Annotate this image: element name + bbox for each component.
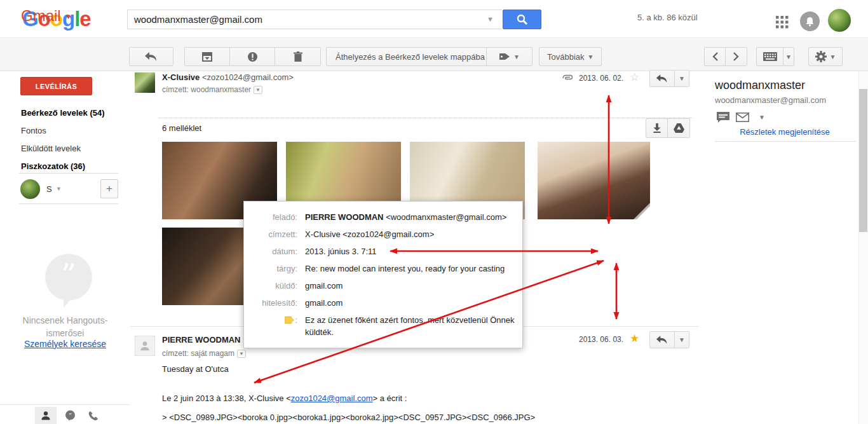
hangouts-tab-button[interactable]: ” (59, 407, 81, 424)
sender-avatar[interactable] (135, 72, 155, 93)
compose-button[interactable]: LEVÉLÍRÁS (20, 77, 92, 95)
add-contact-button[interactable]: + (100, 179, 118, 198)
more-actions-button[interactable]: Továbbiak▼ (539, 47, 602, 66)
details-subject-value: Re: new model can interest you, ready fo… (305, 263, 505, 275)
person-icon (41, 411, 51, 421)
divider (19, 203, 118, 204)
report-spam-button[interactable] (230, 47, 275, 66)
email1-date: 2013. 06. 02. (579, 74, 623, 83)
newer-conversation-button[interactable] (704, 47, 726, 66)
profile-actions: ▼ (717, 112, 765, 123)
search-input[interactable] (127, 10, 502, 29)
sidebar-item-sent[interactable]: Elküldött levelek (21, 140, 126, 156)
phone-tab-button[interactable] (83, 407, 104, 424)
download-all-button[interactable] (646, 118, 668, 138)
keyboard-icon (763, 52, 777, 61)
divider (159, 118, 693, 118)
sidebar-item-inbox[interactable]: Beérkező levelek (54) (21, 105, 126, 120)
chevron-down-icon: ▼ (785, 53, 792, 60)
apps-grid-icon[interactable] (776, 16, 789, 29)
download-icon (653, 123, 661, 133)
svg-text:”: ” (68, 412, 71, 419)
labels-button[interactable]: ▼ (486, 47, 532, 66)
gmail-app: Google ▼ Gmail ▼ Áthelyezés a Beérkező l… (0, 0, 868, 424)
sidebar-item-drafts[interactable]: Piszkozatok (36) (21, 158, 126, 174)
hangouts-icon: ” (65, 410, 76, 421)
contacts-tab-button[interactable] (35, 407, 57, 424)
divider (715, 141, 856, 142)
chevron-down-icon: ▼ (679, 336, 685, 343)
message-details-popup: feladó:PIERRE WOODMAN <woodmanxmaster@gm… (243, 201, 523, 348)
archive-button[interactable] (184, 47, 230, 66)
save-to-drive-button[interactable] (668, 118, 690, 138)
details-importance-label: : (244, 314, 297, 338)
chevron-left-icon (712, 52, 718, 61)
email2-reply-button[interactable] (649, 331, 675, 348)
svg-text:”: ” (61, 257, 76, 292)
move-to-inbox-button[interactable]: Áthelyezés a Beérkező levelek mappába (326, 47, 494, 66)
person-icon (139, 340, 151, 352)
pager-count: 5. a kb. 86 közül (637, 13, 698, 22)
details-subject-label: tárgy: (244, 263, 297, 275)
show-details-link[interactable]: Részletek megjelenítése (715, 127, 855, 137)
hangouts-empty-text-line1: Nincsenek Hangouts- (0, 315, 130, 325)
importance-marker-icon (285, 317, 294, 324)
email2-date: 2013. 06. 03. (579, 335, 623, 344)
hangouts-empty-text-line2: ismerősei (0, 328, 130, 338)
details-date-label: dátum: (244, 245, 297, 257)
back-arrow-icon (144, 51, 158, 62)
scrollbar-thumb[interactable] (859, 89, 867, 232)
profile-email: woodmanxmaster@gmail.com (715, 95, 826, 105)
label-tag-icon (499, 52, 510, 61)
chevron-down-icon: ▼ (830, 53, 836, 60)
email2-star-icon[interactable]: ★ (630, 333, 639, 344)
sender-avatar-placeholder[interactable] (135, 336, 155, 356)
email1-more-dropdown[interactable]: ▼ (675, 70, 689, 87)
chevron-down-icon: ▼ (679, 75, 685, 82)
email2-quote-intro: Le 2 juin 2013 à 13:38, X-Clusive <zozo1… (162, 393, 407, 403)
details-date-value: 2013. június 3. 7:11 (305, 245, 377, 257)
chevron-down-icon: ▼ (513, 53, 520, 60)
chat-icon[interactable] (717, 112, 729, 123)
gmail-logo-menu[interactable]: Gmail ▼ (21, 7, 72, 25)
chevron-down-icon: ▼ (588, 53, 594, 60)
chevron-down-icon[interactable]: ▼ (759, 114, 765, 121)
show-details-chevron-icon[interactable]: ▼ (254, 86, 262, 94)
details-to-value: X-Clusive <zozo1024@gmail.com> (305, 228, 434, 240)
divider (19, 173, 118, 174)
older-conversation-button[interactable] (726, 47, 747, 66)
email2-more-dropdown[interactable]: ▼ (675, 331, 689, 348)
delete-button[interactable] (275, 47, 321, 66)
input-tools-button[interactable] (756, 47, 783, 66)
settings-button[interactable]: ▼ (808, 47, 843, 66)
email1-sender[interactable]: X-Clusive <zozo1024@gmail.com> (162, 72, 294, 82)
quoted-email-link[interactable]: zozo1024@gmail.com (291, 393, 373, 403)
drive-icon (674, 123, 684, 133)
show-details-chevron-icon[interactable]: ▼ (237, 350, 246, 358)
search-options-chevron-icon[interactable]: ▼ (487, 15, 494, 23)
divider (0, 404, 130, 405)
attachment-thumbnail-4[interactable] (538, 142, 650, 219)
account-avatar[interactable] (828, 9, 851, 32)
details-mailedby-value: gmail.com (305, 280, 342, 292)
search-button[interactable] (503, 10, 541, 29)
email1-reply-button[interactable] (649, 70, 675, 87)
chat-self-avatar[interactable] (20, 179, 40, 199)
reply-arrow-icon (656, 74, 668, 83)
search-people-link[interactable]: Személyek keresése (0, 339, 130, 349)
chat-self-name[interactable]: S (46, 184, 52, 194)
input-tools-dropdown[interactable]: ▼ (783, 47, 794, 66)
email2-sender[interactable]: PIERRE WOODMAN (162, 335, 241, 345)
notifications-bell-icon[interactable] (800, 11, 820, 31)
email-icon[interactable] (736, 113, 749, 122)
details-mailedby-label: küldő: (244, 280, 297, 292)
details-to-label: címzett: (244, 228, 297, 240)
email2-body-line: Tuesday at O'utca (162, 364, 229, 374)
hangouts-empty-icon: ” (44, 253, 93, 308)
sidebar-item-important[interactable]: Fontos (21, 123, 126, 138)
back-to-inbox-button[interactable] (129, 47, 173, 66)
trash-icon (294, 51, 302, 62)
archive-icon (201, 51, 213, 62)
email1-star-icon[interactable]: ☆ (630, 72, 639, 83)
details-from-label: feladó: (244, 211, 297, 223)
